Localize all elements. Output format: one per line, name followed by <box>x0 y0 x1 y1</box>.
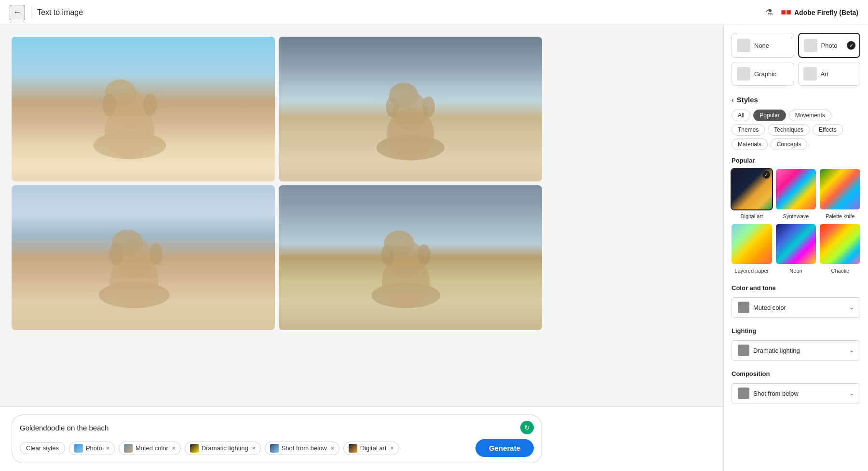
dramatic-tag-remove[interactable]: × <box>252 445 256 452</box>
back-button[interactable]: ← <box>10 5 25 20</box>
clear-styles-button[interactable]: Clear styles <box>20 442 65 454</box>
content-type-grid-2: Graphic Art <box>732 62 860 86</box>
right-panel: None Photo ✓ Graphic Art <box>723 25 868 471</box>
prompt-input[interactable] <box>20 424 520 432</box>
digital-art-check: ✓ <box>762 171 770 179</box>
muted-tag-icon <box>124 444 133 453</box>
art-icon <box>803 67 817 81</box>
adobe-icon: ■■ <box>781 7 791 17</box>
dramatic-tag: Dramatic lighting × <box>185 442 261 455</box>
popular-label: Popular <box>732 157 860 164</box>
style-neon[interactable]: Neon <box>776 224 816 275</box>
color-tone-dropdown[interactable]: Muted color ⌄ <box>732 297 860 318</box>
generated-image-3 <box>12 185 275 330</box>
lighting-section: Lighting Dramatic lighting ⌄ <box>732 327 860 360</box>
collapse-chevron: ‹ <box>732 96 734 104</box>
digital-tag-label: Digital art <box>360 444 387 452</box>
shot-tag: Shot from below × <box>265 442 339 455</box>
lighting-title: Lighting <box>732 327 860 334</box>
prompt-tags: Clear styles Photo × Muted color × Drama… <box>20 442 399 455</box>
palette-knife-thumb <box>820 169 860 209</box>
filter-materials[interactable]: Materials <box>732 139 768 150</box>
filter-concepts[interactable]: Concepts <box>771 139 808 150</box>
content-type-graphic[interactable]: Graphic <box>732 62 794 86</box>
chaotic-thumb <box>820 224 860 264</box>
style-palette-knife[interactable]: Palette knife <box>820 169 860 220</box>
style-synthwave[interactable]: Synthwave <box>776 169 816 220</box>
filter-popular[interactable]: Popular <box>753 110 786 121</box>
main-layout: None Photo ✓ Graphic Art <box>0 25 868 471</box>
shot-tag-remove[interactable]: × <box>331 445 334 452</box>
synthwave-label: Synthwave <box>783 213 809 219</box>
svg-point-4 <box>102 93 116 116</box>
image-cell-2[interactable] <box>279 37 542 181</box>
shot-from-below-icon <box>738 388 749 399</box>
page-title: Text to image <box>37 8 83 17</box>
svg-point-5 <box>143 93 157 116</box>
shot-tag-icon <box>270 444 279 453</box>
content-area <box>0 25 723 471</box>
dramatic-lighting-icon <box>738 345 749 356</box>
photo-tag-label: Photo <box>86 444 102 452</box>
photo-selected-check: ✓ <box>847 41 855 50</box>
image-cell-3[interactable] <box>12 185 275 330</box>
style-chaotic[interactable]: Chaotic <box>820 224 860 275</box>
muted-tag-label: Muted color <box>136 444 168 452</box>
content-type-none[interactable]: None <box>732 33 794 58</box>
photo-tag-icon <box>74 444 83 453</box>
content-type-photo[interactable]: Photo ✓ <box>798 33 861 58</box>
prompt-container: ↻ Clear styles Photo × Muted color × Dra… <box>12 415 542 463</box>
composition-dropdown[interactable]: Shot from below ⌄ <box>732 383 860 403</box>
none-label: None <box>754 42 769 49</box>
graphic-label: Graphic <box>754 70 776 78</box>
shot-from-below-label: Shot from below <box>753 390 845 397</box>
image-cell-4[interactable] <box>279 185 542 330</box>
image-cell-1[interactable] <box>12 37 275 181</box>
styles-section: ‹ Styles All Popular Movements Themes Te… <box>732 96 860 275</box>
color-tone-section: Color and tone Muted color ⌄ <box>732 284 860 318</box>
digital-tag-remove[interactable]: × <box>391 445 394 452</box>
color-tone-chevron: ⌄ <box>849 304 854 311</box>
adobe-firefly-label: Adobe Firefly (Beta) <box>794 9 858 16</box>
styles-collapse[interactable]: ‹ Styles <box>732 96 860 104</box>
generated-image-2 <box>279 37 542 181</box>
filter-all[interactable]: All <box>732 110 750 121</box>
digital-tag-icon <box>349 444 357 453</box>
svg-point-10 <box>386 97 398 117</box>
filter-themes[interactable]: Themes <box>732 124 765 136</box>
layered-paper-label: Layered paper <box>734 268 769 274</box>
lighting-dropdown[interactable]: Dramatic lighting ⌄ <box>732 340 860 360</box>
svg-point-23 <box>418 244 430 265</box>
image-grid <box>12 37 542 330</box>
filter-movements[interactable]: Movements <box>789 110 831 121</box>
content-type-section: None Photo ✓ Graphic Art <box>732 33 860 86</box>
svg-point-17 <box>149 243 163 265</box>
muted-color-label: Muted color <box>753 304 845 311</box>
palette-knife-label: Palette knife <box>826 213 855 219</box>
muted-color-icon <box>738 302 749 313</box>
adobe-firefly-logo: ■■ Adobe Firefly (Beta) <box>781 7 858 17</box>
generate-button[interactable]: Generate <box>475 439 534 457</box>
experiment-icon[interactable]: ⚗ <box>765 7 773 18</box>
photo-tag-remove[interactable]: × <box>106 445 109 452</box>
style-layered-paper[interactable]: Layered paper <box>732 224 772 275</box>
svg-point-11 <box>422 97 434 117</box>
content-type-art[interactable]: Art <box>798 62 861 86</box>
style-grid: ✓ Digital art Synthwave Palette knife La… <box>732 169 860 275</box>
digital-art-thumb: ✓ <box>732 169 772 209</box>
composition-chevron: ⌄ <box>849 390 854 397</box>
color-tone-title: Color and tone <box>732 284 860 291</box>
chaotic-label: Chaotic <box>831 268 849 274</box>
digital-art-label: Digital art <box>741 213 763 219</box>
style-digital-art[interactable]: ✓ Digital art <box>732 169 772 220</box>
dramatic-tag-icon <box>190 444 199 453</box>
topbar-divider <box>31 7 31 18</box>
svg-point-22 <box>381 244 394 265</box>
filter-effects[interactable]: Effects <box>813 124 842 136</box>
muted-tag-remove[interactable]: × <box>172 445 176 452</box>
muted-tag: Muted color × <box>119 442 181 455</box>
topbar-right: ⚗ ■■ Adobe Firefly (Beta) <box>765 7 858 18</box>
refresh-icon[interactable]: ↻ <box>520 421 534 434</box>
filter-techniques[interactable]: Techniques <box>768 124 810 136</box>
shot-tag-label: Shot from below <box>282 444 327 452</box>
